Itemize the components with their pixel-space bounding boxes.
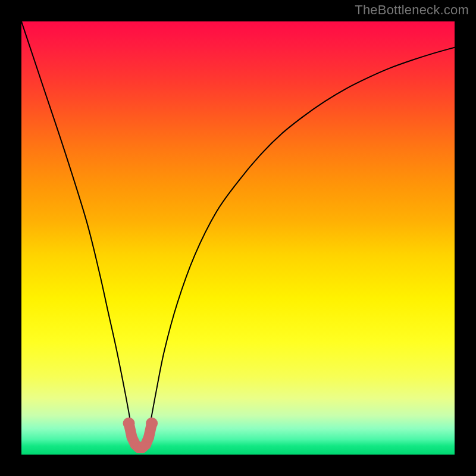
bottleneck-curve	[21, 21, 455, 449]
chart-frame: TheBottleneck.com	[0, 0, 476, 476]
highlight-marker-dot	[123, 418, 135, 430]
watermark-text: TheBottleneck.com	[355, 2, 469, 18]
highlight-marker-dot	[146, 418, 158, 430]
curve-layer	[21, 21, 455, 455]
curve-svg	[21, 21, 455, 455]
highlight-marker-dot	[143, 432, 154, 443]
plot-area	[21, 21, 455, 455]
highlight-marker	[123, 418, 158, 453]
